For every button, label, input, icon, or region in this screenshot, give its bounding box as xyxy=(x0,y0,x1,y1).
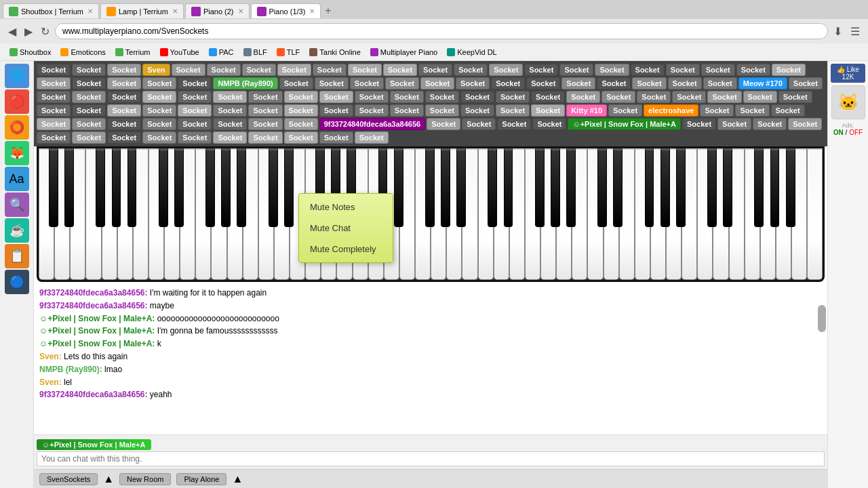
player-button[interactable]: Kitty #10 xyxy=(566,104,607,117)
white-key[interactable] xyxy=(807,148,823,280)
player-button[interactable]: Socket xyxy=(743,91,777,103)
context-menu-item[interactable]: Mute Notes xyxy=(299,197,393,218)
player-button[interactable]: Socket xyxy=(142,131,176,144)
player-button[interactable]: Socket xyxy=(319,91,353,103)
black-key[interactable] xyxy=(159,148,168,227)
bookmark-shoutbox[interactable]: Shoutbox xyxy=(5,47,55,58)
sidebar-icon-7[interactable]: ☕ xyxy=(5,218,29,243)
player-button[interactable]: Socket xyxy=(632,77,666,89)
black-key[interactable] xyxy=(707,148,717,227)
player-button[interactable]: Socket xyxy=(390,91,424,103)
forward-button[interactable]: ▶ xyxy=(22,24,35,39)
tab-close-lamp[interactable]: ✕ xyxy=(172,7,178,15)
player-button[interactable]: Socket xyxy=(172,64,205,76)
player-button[interactable]: Socket xyxy=(284,118,318,130)
url-bar[interactable] xyxy=(55,23,828,39)
player-button[interactable]: Socket xyxy=(248,104,282,117)
black-key[interactable] xyxy=(127,148,137,227)
player-button[interactable]: Sven xyxy=(142,64,170,76)
player-button[interactable]: Socket xyxy=(390,104,424,117)
player-button[interactable]: Socket xyxy=(107,77,141,89)
player-button[interactable]: Socket xyxy=(72,104,106,117)
tab-shoutbox[interactable]: Shoutbox | Terrium ✕ xyxy=(3,3,99,18)
player-button[interactable]: Socket xyxy=(315,77,349,89)
player-button[interactable]: Socket xyxy=(248,91,282,103)
bookmark-keepvid[interactable]: KeepVid DL xyxy=(443,47,501,58)
player-button[interactable]: Socket xyxy=(319,104,353,117)
sidebar-icon-3[interactable]: ⭕ xyxy=(5,115,29,140)
black-key[interactable] xyxy=(425,148,435,227)
player-button[interactable]: Socket xyxy=(277,64,311,76)
bookmark-tlf[interactable]: TLF xyxy=(273,47,304,58)
black-key[interactable] xyxy=(597,148,607,227)
player-button[interactable]: Socket xyxy=(425,91,459,103)
player-button[interactable]: Socket xyxy=(707,91,741,103)
player-button[interactable]: Socket xyxy=(284,131,318,144)
player-button[interactable]: Socket xyxy=(788,118,822,130)
player-button[interactable]: Socket xyxy=(526,77,560,89)
chat-input[interactable] xyxy=(37,451,825,466)
player-button[interactable]: Socket xyxy=(668,77,702,89)
player-button[interactable]: Socket xyxy=(531,104,565,117)
player-button[interactable]: Socket xyxy=(37,64,71,76)
player-button[interactable]: Socket xyxy=(284,104,318,117)
bookmark-mpp[interactable]: Multiplayer Piano xyxy=(366,47,441,58)
player-button[interactable]: Socket xyxy=(701,64,735,76)
refresh-button[interactable]: ↻ xyxy=(38,24,52,39)
player-button[interactable]: Socket xyxy=(491,77,525,89)
black-key[interactable] xyxy=(551,148,560,227)
player-button[interactable]: Socket xyxy=(717,118,751,130)
player-button[interactable]: Socket xyxy=(142,118,176,130)
like-button[interactable]: 👍 Like 12K xyxy=(831,64,865,83)
download-button[interactable]: ⬇ xyxy=(831,24,845,39)
player-button[interactable]: Socket xyxy=(460,91,494,103)
player-button[interactable]: Socket xyxy=(355,131,389,144)
black-key[interactable] xyxy=(237,148,246,227)
player-button[interactable]: Socket xyxy=(279,77,313,89)
bookmark-youtube[interactable]: YouTube xyxy=(156,47,203,58)
player-button[interactable]: Socket xyxy=(284,91,318,103)
new-tab-button[interactable]: + xyxy=(325,5,331,17)
player-button[interactable]: Socket xyxy=(72,77,106,89)
context-menu-item[interactable]: Mute Chat xyxy=(299,218,393,239)
player-button[interactable]: Socket xyxy=(496,104,530,117)
player-button[interactable]: Socket xyxy=(736,64,770,76)
play-alone-button[interactable]: Play Alone xyxy=(176,473,226,485)
black-key[interactable] xyxy=(566,148,576,227)
player-button[interactable]: Socket xyxy=(37,104,71,117)
tab-piano2[interactable]: Piano (2) ✕ xyxy=(185,3,250,18)
black-key[interactable] xyxy=(221,148,231,227)
player-button[interactable]: Socket xyxy=(637,91,671,103)
player-button[interactable]: Socket xyxy=(566,91,600,103)
black-key[interactable] xyxy=(504,148,513,227)
black-key[interactable] xyxy=(613,148,623,227)
black-key[interactable] xyxy=(645,148,654,227)
sidebar-icon-1[interactable]: 🌐 xyxy=(5,64,29,88)
bookmark-emoticons[interactable]: Emoticons xyxy=(56,47,109,58)
room-name-button[interactable]: SvenSockets xyxy=(39,473,98,485)
player-button[interactable]: Socket xyxy=(142,77,176,89)
player-button[interactable]: Socket xyxy=(355,104,389,117)
new-room-button[interactable]: New Room xyxy=(119,473,171,485)
player-button[interactable]: Socket xyxy=(456,77,490,89)
black-key[interactable] xyxy=(174,148,184,227)
player-button[interactable]: Socket xyxy=(37,91,71,103)
black-key[interactable] xyxy=(96,148,105,227)
black-key[interactable] xyxy=(786,148,795,227)
player-button[interactable]: ☺+Pixel | Snow Fox | Male+A xyxy=(568,118,681,130)
player-button[interactable]: Socket xyxy=(771,104,805,117)
black-key[interactable] xyxy=(64,148,74,227)
player-button[interactable]: Socket xyxy=(672,91,706,103)
back-button[interactable]: ◀ xyxy=(5,24,19,39)
scroll-indicator[interactable] xyxy=(818,305,826,332)
player-button[interactable]: Socket xyxy=(107,104,141,117)
black-key[interactable] xyxy=(394,148,403,227)
player-button[interactable]: Socket xyxy=(454,64,488,76)
player-button[interactable]: Socket xyxy=(213,118,247,130)
tab-close-piano2[interactable]: ✕ xyxy=(238,7,243,15)
player-button[interactable]: Socket xyxy=(595,64,629,76)
player-button[interactable]: Socket xyxy=(597,77,631,89)
player-button[interactable]: Socket xyxy=(462,118,496,130)
player-button[interactable]: Socket xyxy=(178,77,212,89)
player-button[interactable]: 9f33724840fdeca6a3a84656 xyxy=(319,118,426,130)
